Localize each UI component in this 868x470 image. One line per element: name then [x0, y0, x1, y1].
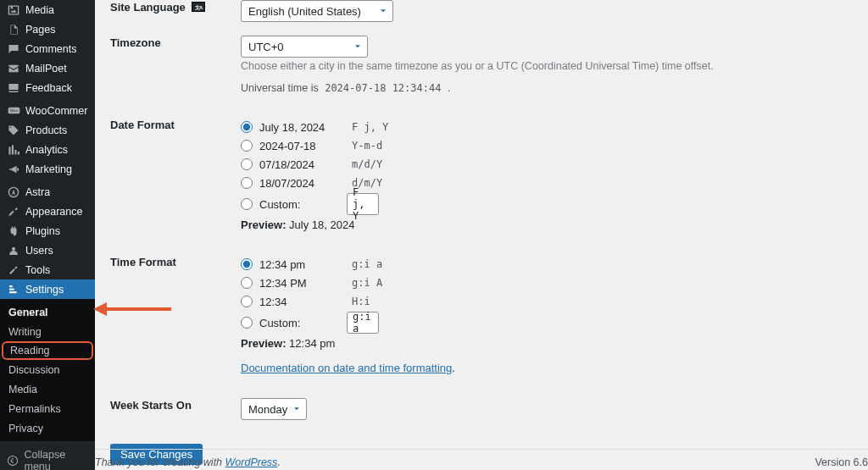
time-format-radio-1[interactable]	[241, 277, 253, 289]
submenu-item-writing[interactable]: Writing	[0, 322, 95, 341]
time-format-radio-2[interactable]	[241, 296, 253, 307]
admin-footer: Thank you for creating with WordPress. V…	[95, 449, 868, 468]
sidebar-item-label: Media	[25, 4, 54, 16]
media-icon	[7, 3, 20, 17]
submenu-item-discussion[interactable]: Discussion	[0, 360, 95, 379]
sidebar-item-tools[interactable]: Tools	[0, 260, 95, 279]
collapse-menu[interactable]: Collapse menu	[0, 451, 95, 470]
sidebar-item-label: Astra	[25, 186, 50, 198]
time-format-custom-row[interactable]: Custom: g:i a	[241, 311, 853, 335]
mailpoet-icon	[7, 62, 20, 75]
sidebar-item-media[interactable]: Media	[0, 0, 95, 19]
svg-rect-4	[9, 285, 13, 287]
svg-point-3	[12, 246, 15, 250]
date-format-custom-input[interactable]: F j, Y	[347, 193, 379, 215]
sidebar-item-label: MailPoet	[25, 63, 67, 75]
date-format-option[interactable]: 2024-07-18 Y-m-d	[241, 136, 853, 155]
svg-text:A: A	[199, 5, 203, 10]
wordpress-link[interactable]: WordPress	[225, 456, 278, 468]
date-format-radio-custom[interactable]	[241, 198, 253, 210]
time-format-custom-input[interactable]: g:i a	[347, 312, 379, 334]
format-docs-link[interactable]: Documentation on date and time formattin…	[241, 362, 452, 374]
submenu-item-permalinks[interactable]: Permalinks	[0, 399, 95, 418]
footer-version: Version 6.6	[815, 456, 868, 468]
svg-point-7	[8, 456, 18, 465]
submenu-item-privacy[interactable]: Privacy	[0, 418, 95, 438]
date-format-custom-row[interactable]: Custom: F j, Y	[241, 192, 853, 216]
marketing-icon	[7, 163, 20, 176]
plugins-icon	[7, 224, 20, 238]
products-icon	[7, 124, 20, 137]
sidebar-item-label: Users	[25, 245, 53, 257]
timezone-select[interactable]: UTC+0	[241, 36, 368, 58]
sidebar-item-mailpoet[interactable]: MailPoet	[0, 58, 95, 78]
time-format-radio-custom[interactable]	[241, 317, 253, 329]
settings-submenu: General Writing Reading Discussion Media…	[0, 299, 95, 441]
date-format-option[interactable]: July 18, 2024 F j, Y	[241, 118, 853, 136]
timezone-help: Choose either a city in the same timezon…	[241, 60, 853, 72]
appearance-icon	[7, 205, 20, 218]
users-icon	[7, 244, 20, 257]
svg-text:Woo: Woo	[10, 108, 18, 113]
analytics-icon	[7, 143, 20, 157]
timezone-label: Timezone	[110, 36, 241, 49]
week-starts-select[interactable]: Monday	[241, 398, 307, 420]
sidebar-item-analytics[interactable]: Analytics	[0, 140, 95, 159]
sidebar-item-label: Plugins	[25, 225, 60, 237]
date-format-preview: Preview: July 18, 2024	[241, 218, 853, 231]
sidebar-item-feedback[interactable]: Feedback	[0, 78, 95, 97]
svg-rect-6	[9, 291, 16, 293]
tools-icon	[7, 263, 20, 277]
sidebar-item-woocommerce[interactable]: Woo WooCommerce	[0, 101, 95, 120]
site-language-select[interactable]: English (United States)	[241, 0, 393, 22]
sidebar-item-products[interactable]: Products	[0, 120, 95, 140]
time-format-radio-0[interactable]	[241, 258, 253, 270]
woocommerce-icon: Woo	[7, 104, 20, 118]
settings-icon	[7, 283, 20, 296]
date-format-label: Date Format	[110, 118, 241, 131]
chevron-down-icon	[353, 41, 363, 54]
sidebar-item-label: Comments	[25, 43, 76, 55]
submenu-item-general[interactable]: General	[0, 302, 95, 322]
sidebar-item-pages[interactable]: Pages	[0, 19, 95, 39]
svg-rect-5	[9, 288, 14, 290]
feedback-icon	[7, 81, 20, 95]
sidebar-item-plugins[interactable]: Plugins	[0, 221, 95, 241]
sidebar-item-comments[interactable]: Comments	[0, 39, 95, 58]
sidebar-item-label: Products	[25, 124, 67, 136]
sidebar-item-astra[interactable]: Astra	[0, 182, 95, 202]
collapse-icon	[7, 454, 19, 467]
date-format-radio-3[interactable]	[241, 177, 253, 189]
sidebar-item-label: Marketing	[25, 163, 72, 175]
astra-icon	[7, 185, 20, 199]
sidebar-item-marketing[interactable]: Marketing	[0, 159, 95, 179]
date-format-option[interactable]: 07/18/2024 m/d/Y	[241, 155, 853, 174]
main-content: Site Language 文A English (United States)…	[95, 0, 868, 470]
submenu-item-media[interactable]: Media	[0, 379, 95, 399]
sidebar-item-label: Analytics	[25, 144, 68, 156]
sidebar-item-settings[interactable]: Settings	[0, 279, 95, 299]
universal-time: Universal time is 2024-07-18 12:34:44 .	[241, 82, 853, 94]
admin-sidebar: Media Pages Comments MailPoet Feedback W…	[0, 0, 95, 470]
week-starts-label: Week Starts On	[110, 398, 241, 412]
time-format-option[interactable]: 12:34 H:i	[241, 292, 853, 311]
date-format-radio-2[interactable]	[241, 158, 253, 170]
collapse-label: Collapse menu	[24, 449, 88, 471]
date-format-radio-0[interactable]	[241, 121, 253, 133]
sidebar-item-label: Settings	[25, 284, 64, 296]
sidebar-item-users[interactable]: Users	[0, 241, 95, 260]
sidebar-item-label: Appearance	[25, 206, 82, 218]
date-format-radio-1[interactable]	[241, 140, 253, 152]
translate-icon: 文A	[192, 2, 205, 12]
chevron-down-icon	[292, 404, 302, 417]
sidebar-item-label: Pages	[25, 24, 55, 36]
time-format-option[interactable]: 12:34 pm g:i a	[241, 255, 853, 274]
sidebar-item-appearance[interactable]: Appearance	[0, 202, 95, 221]
date-format-option[interactable]: 18/07/2024 d/m/Y	[241, 174, 853, 192]
submenu-item-reading[interactable]: Reading	[2, 341, 93, 360]
sidebar-item-label: Tools	[25, 264, 50, 276]
time-format-option[interactable]: 12:34 PM g:i A	[241, 274, 853, 292]
sidebar-item-label: Feedback	[25, 82, 72, 94]
comments-icon	[7, 42, 20, 56]
pages-icon	[7, 23, 20, 36]
